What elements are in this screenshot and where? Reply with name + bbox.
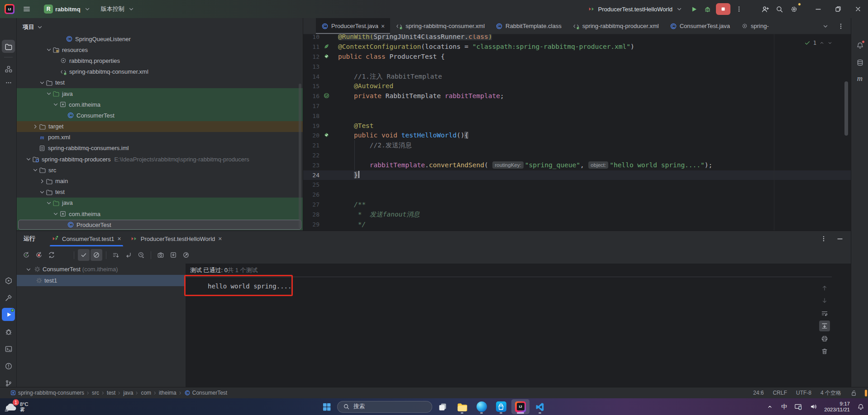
breadcrumb-src[interactable]: src	[92, 390, 99, 396]
ime-indicator[interactable]: 中	[781, 403, 787, 411]
tree-item-target[interactable]: target	[17, 121, 303, 132]
code-line-18[interactable]: 18	[303, 111, 851, 121]
rerun-button[interactable]	[20, 249, 32, 261]
activity-debug-button[interactable]	[2, 325, 15, 338]
indent-setting[interactable]: 4 个空格	[820, 389, 841, 397]
code-line-11[interactable]: 11@ContextConfiguration(locations = "cla…	[303, 42, 851, 52]
code-line-24[interactable]: 24 }	[303, 170, 851, 180]
run-more-button[interactable]	[732, 3, 746, 15]
editor-tab-producertest-java[interactable]: ProducerTest.java ×	[316, 18, 390, 34]
tree-item-src[interactable]: src	[17, 165, 303, 175]
tray-bell-icon[interactable]	[856, 402, 865, 411]
gutter-spring-leaf-icon[interactable]	[323, 43, 331, 51]
tab-close-icon[interactable]: ×	[118, 235, 121, 242]
breadcrumb-consumertest[interactable]: ConsumerTest	[184, 390, 227, 396]
tree-chevron-down-icon[interactable]	[25, 266, 32, 273]
tree-item-consumertest[interactable]: ConsumerTest	[17, 110, 303, 121]
tree-chevron-down-icon[interactable]	[25, 156, 32, 163]
console-up-button[interactable]	[819, 283, 830, 293]
code-line-28[interactable]: 28 * 发送fanout消息	[303, 210, 851, 220]
tab-close-icon[interactable]: ×	[218, 235, 222, 242]
activity-services-button[interactable]	[2, 274, 15, 287]
show-ignored-button[interactable]	[91, 249, 102, 261]
tree-chevron-down-icon[interactable]	[45, 199, 52, 207]
notifications-button[interactable]	[854, 39, 866, 52]
code-line-22[interactable]: 22	[303, 151, 851, 160]
tree-item-springqueuelistener[interactable]: SpringQueueListener	[17, 33, 303, 44]
code-line-14[interactable]: 14 //1.注入 RabbitTemplate	[303, 72, 851, 82]
code-line-27[interactable]: 27 /**	[303, 200, 851, 210]
clock-button[interactable]	[135, 249, 147, 261]
activity-run-button[interactable]	[2, 308, 15, 321]
taskbar-vscode-button[interactable]	[531, 399, 549, 414]
tree-item-resources[interactable]: resources	[17, 44, 303, 55]
console-print-button[interactable]	[819, 333, 830, 344]
stop-button[interactable]	[58, 249, 70, 261]
gutter-run-test-icon[interactable]	[323, 53, 331, 61]
tree-item-rabbitmq-properties[interactable]: rabbitmq.properties	[17, 55, 303, 66]
taskbar-idea-button[interactable]: IJ	[511, 399, 529, 414]
editor-tab-spring-rabbitmq-consumer-xml[interactable]: spring-rabbitmq-consumer.xml	[390, 18, 490, 34]
breadcrumb-com[interactable]: com	[141, 390, 151, 396]
breadcrumb-test[interactable]: test	[107, 390, 115, 396]
window-close-button[interactable]	[848, 0, 868, 18]
code-line-19[interactable]: 19 @Test	[303, 121, 851, 131]
code-line-12[interactable]: 12public class ProducerTest {	[303, 52, 851, 62]
navigate-button[interactable]	[123, 249, 134, 261]
stop-button[interactable]	[716, 3, 730, 15]
activity-problems-button[interactable]	[2, 359, 15, 373]
tree-item-spring-rabbitmq-producers[interactable]: spring-rabbitmq-producersE:\IdeaProjects…	[17, 154, 303, 165]
tree-chevron-down-icon[interactable]	[52, 101, 59, 108]
file-encoding[interactable]: UTF-8	[796, 390, 811, 396]
tree-item-producertest[interactable]: ProducerTest	[17, 219, 303, 230]
tab-close-icon[interactable]: ×	[381, 23, 385, 29]
database-tool-button[interactable]	[854, 56, 866, 69]
run-configuration-widget[interactable]: ProducerTest.testHelloWorld	[584, 3, 687, 15]
editor-options-kebab-icon[interactable]	[836, 22, 845, 31]
inspection-widget[interactable]: 1	[804, 40, 833, 46]
tree-item-spring-rabbitmq-consumers-iml[interactable]: spring-rabbitmq-consumers.iml	[17, 143, 303, 154]
settings-button[interactable]	[787, 3, 801, 15]
autotest-button[interactable]	[46, 249, 57, 261]
console-soft-wrap-button[interactable]	[819, 308, 830, 319]
hide-panel-icon[interactable]	[835, 234, 844, 243]
gutter-spring-bean-icon[interactable]	[323, 92, 331, 100]
taskbar-search-input[interactable]: 搜索	[337, 401, 432, 413]
tree-chevron-down-icon[interactable]	[38, 79, 46, 86]
tree-chevron-down-icon[interactable]	[45, 46, 52, 53]
lock-open-icon[interactable]	[850, 390, 857, 396]
activity-terminal-button[interactable]	[2, 342, 15, 355]
code-line-13[interactable]: 13	[303, 62, 851, 72]
tree-item-pom-xml[interactable]: mpom.xml	[17, 132, 303, 143]
camera-button[interactable]	[155, 249, 167, 261]
tree-chevron-down-icon[interactable]	[45, 90, 52, 97]
code-line-23[interactable]: 23 rabbitTemplate.convertAndSend( routin…	[303, 160, 851, 170]
tree-item-test[interactable]: test	[17, 77, 303, 88]
show-passed-button[interactable]	[78, 249, 90, 261]
project-scrollbar-thumb[interactable]	[299, 84, 301, 228]
chevron-down-icon[interactable]	[827, 40, 833, 46]
clock-widget[interactable]: 9:17 2023/11/21	[824, 401, 850, 413]
tree-item-main[interactable]: main	[17, 175, 303, 186]
code-line-26[interactable]: 26	[303, 190, 851, 200]
breadcrumb-spring-rabbitmq-consumers[interactable]: spring-rabbitmq-consumers	[10, 390, 84, 396]
tab-list-chevron-icon[interactable]	[821, 22, 830, 31]
project-panel-header[interactable]: 项目	[23, 22, 44, 33]
code-line-15[interactable]: 15 @Autowired	[303, 81, 851, 91]
editor-tab-spring-[interactable]: spring-	[735, 18, 774, 34]
tree-item-spring-rabbitmq-consumer-xml[interactable]: spring-rabbitmq-consumer.xml	[17, 66, 303, 77]
gutter-run-test-icon[interactable]	[323, 132, 331, 140]
console-trash-button[interactable]	[819, 346, 830, 357]
code-with-me-button[interactable]	[758, 3, 772, 15]
project-widget[interactable]: R rabbitmq	[41, 3, 95, 15]
editor-tab-rabbittemplate-class[interactable]: RabbitTemplate.class	[490, 18, 567, 34]
run-button[interactable]	[687, 3, 701, 15]
console-down-button[interactable]	[819, 295, 830, 306]
editor-tab-consumertest-java[interactable]: ConsumerTest.java	[664, 18, 735, 34]
run-tab-producertest-testhelloworld[interactable]: ProducerTest.testHelloWorld ×	[126, 231, 227, 246]
test-node-consumertest[interactable]: ConsumerTest (com.itheima)	[17, 264, 186, 275]
cast-screen-icon[interactable]	[793, 402, 802, 411]
tree-item-com-itheima[interactable]: com.itheima	[17, 208, 303, 219]
maven-tool-button[interactable]: m	[854, 72, 866, 85]
chevron-up-icon[interactable]	[819, 40, 825, 46]
